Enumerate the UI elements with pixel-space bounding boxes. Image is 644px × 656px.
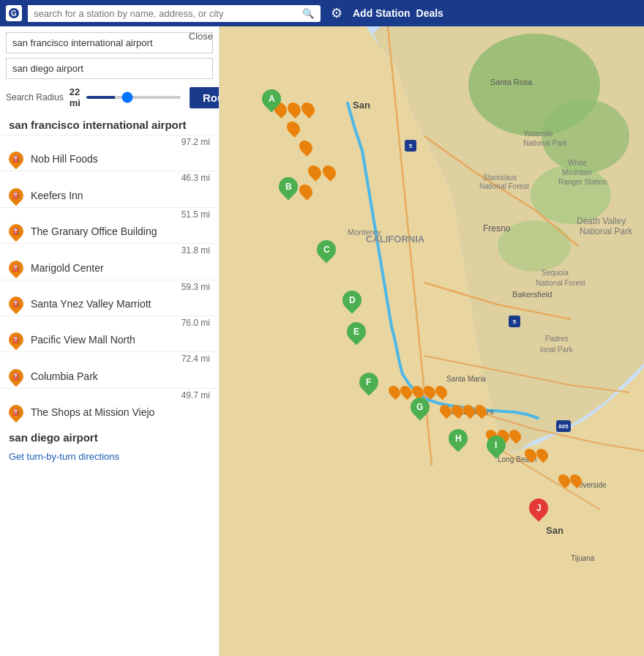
svg-text:G: G: [11, 10, 17, 18]
turn-by-turn-container: Get turn-by-turn directions: [0, 447, 219, 471]
route-inputs-container: [0, 26, 219, 83]
svg-text:Death Valley: Death Valley: [577, 216, 626, 226]
svg-text:Stanislaus: Stanislaus: [483, 174, 517, 182]
markers-cluster-3: [300, 140, 312, 157]
station-item[interactable]: ⛽Columbia Park: [0, 365, 219, 388]
destination-input[interactable]: [6, 58, 213, 79]
station-pin-icon: ⛽: [6, 149, 26, 169]
svg-text:Monterey: Monterey: [348, 228, 381, 236]
station-distance: 72.4 mi: [0, 351, 219, 364]
station-distance: 46.3 mi: [0, 171, 219, 183]
station-pin-icon: ⛽: [6, 294, 26, 314]
radius-value: 22 mi: [70, 86, 80, 108]
svg-text:Santa Rosa: Santa Rosa: [490, 78, 533, 86]
radius-slider[interactable]: [86, 96, 181, 99]
turn-by-turn-link[interactable]: Get turn-by-turn directions: [9, 451, 119, 462]
svg-text:National Forest: National Forest: [479, 182, 529, 190]
svg-text:5: 5: [513, 318, 517, 325]
svg-text:Tijuana: Tijuana: [571, 554, 595, 562]
station-pin-icon: ⛽: [6, 221, 26, 242]
marker-C[interactable]: C: [317, 240, 336, 259]
svg-text:Mountain: Mountain: [562, 168, 592, 176]
orange-marker[interactable]: [305, 163, 323, 181]
station-distance: 59.3 mi: [0, 280, 219, 292]
svg-text:5: 5: [409, 143, 413, 149]
close-button[interactable]: Close: [189, 31, 213, 42]
station-name: The Shops at Mission Viejo: [31, 406, 210, 418]
svg-text:Santa Maria: Santa Maria: [446, 375, 486, 383]
station-item[interactable]: ⛽Pacific View Mall North: [0, 328, 219, 351]
station-name: Keefers Inn: [31, 190, 210, 201]
markers-cluster-9: [559, 474, 581, 487]
svg-text:ional Park: ional Park: [540, 346, 573, 354]
station-item[interactable]: ⛽Marigold Center: [0, 256, 219, 280]
station-item[interactable]: ⛽Nob Hill Foods: [0, 147, 219, 171]
station-list: san francisco international airport 97.2…: [0, 111, 219, 471]
svg-text:Sequoia: Sequoia: [542, 269, 569, 277]
marker-H[interactable]: H: [449, 429, 468, 448]
search-radius-row: Search Radius 22 mi Route: [0, 83, 219, 111]
marker-I[interactable]: I: [487, 436, 506, 455]
svg-text:National Park: National Park: [580, 226, 633, 236]
station-name: Columbia Park: [31, 370, 210, 382]
svg-text:Bakersfield: Bakersfield: [512, 290, 552, 299]
station-distance: 97.2 mi: [0, 135, 219, 147]
global-search-input[interactable]: [28, 5, 296, 22]
svg-text:Fresno: Fresno: [483, 223, 511, 234]
station-name: Santa Ynez Valley Marriott: [31, 298, 210, 310]
markers-cluster-2: [288, 121, 299, 138]
route-button[interactable]: Route: [190, 87, 220, 108]
deals-link[interactable]: Deals: [416, 7, 443, 19]
station-item[interactable]: ⛽Keefers Inn: [0, 184, 219, 207]
svg-text:San: San: [353, 100, 370, 111]
station-distance: 51.5 mi: [0, 207, 219, 220]
station-name: Pacific View Mall North: [31, 334, 210, 346]
svg-text:Padres: Padres: [545, 335, 569, 343]
station-pin-icon: ⛽: [6, 257, 26, 277]
markers-cluster-6: [441, 404, 486, 417]
station-name: The Granary Office Building: [31, 225, 210, 237]
app-header: G 🔍 ⚙ Add Station Deals: [0, 0, 644, 26]
global-search-bar[interactable]: 🔍: [28, 5, 321, 22]
station-pin-icon: ⛽: [6, 402, 26, 422]
station-distance: 31.8 mi: [0, 243, 219, 256]
search-button[interactable]: 🔍: [296, 5, 321, 22]
destination-label: san diego airport: [0, 424, 219, 447]
map-svg: 5 5 805 Santa Rosa San Fresno Stanislaus…: [220, 26, 644, 656]
origin-input[interactable]: [6, 32, 213, 53]
marker-J[interactable]: J: [529, 499, 548, 518]
station-name: Marigold Center: [31, 262, 210, 274]
svg-text:National Forest: National Forest: [536, 279, 585, 287]
svg-text:San: San: [546, 525, 564, 536]
marker-B[interactable]: B: [279, 177, 298, 196]
station-item[interactable]: ⛽The Shops at Mission Viejo: [0, 400, 219, 424]
marker-F[interactable]: F: [359, 373, 378, 392]
markers-cluster-8: [525, 448, 547, 461]
station-pin-icon: ⛽: [6, 329, 26, 350]
orange-single: [300, 184, 312, 198]
marker-A[interactable]: A: [262, 89, 281, 108]
main-content: Close Search Radius 22 mi Route san fran…: [0, 26, 644, 656]
marker-E[interactable]: E: [347, 322, 366, 341]
map-area[interactable]: 5 5 805 Santa Rosa San Fresno Stanislaus…: [220, 26, 644, 656]
station-name: Nob Hill Foods: [31, 153, 210, 165]
markers-cluster-4: [309, 165, 335, 182]
search-radius-label: Search Radius: [6, 92, 64, 102]
markers-cluster-5: [389, 385, 446, 398]
add-station-link[interactable]: Add Station: [353, 7, 411, 19]
svg-text:Yosemite: Yosemite: [523, 130, 553, 138]
station-distance: 76.0 mi: [0, 316, 219, 328]
station-item[interactable]: ⛽Santa Ynez Valley Marriott: [0, 292, 219, 316]
origin-label: san francisco international airport: [0, 111, 219, 135]
svg-text:Ranger Station: Ranger Station: [558, 178, 607, 186]
marker-G[interactable]: G: [411, 398, 430, 417]
map-background: 5 5 805 Santa Rosa San Fresno Stanislaus…: [220, 26, 644, 656]
station-distance: 49.7 mi: [0, 388, 219, 400]
settings-button[interactable]: ⚙: [326, 4, 347, 23]
app-logo: G: [6, 5, 22, 21]
marker-D[interactable]: D: [342, 291, 362, 310]
station-item[interactable]: ⛽The Granary Office Building: [0, 220, 219, 243]
station-pin-icon: ⛽: [6, 366, 26, 387]
route-sidebar: Close Search Radius 22 mi Route san fran…: [0, 26, 220, 656]
svg-text:National Park: National Park: [523, 139, 568, 147]
